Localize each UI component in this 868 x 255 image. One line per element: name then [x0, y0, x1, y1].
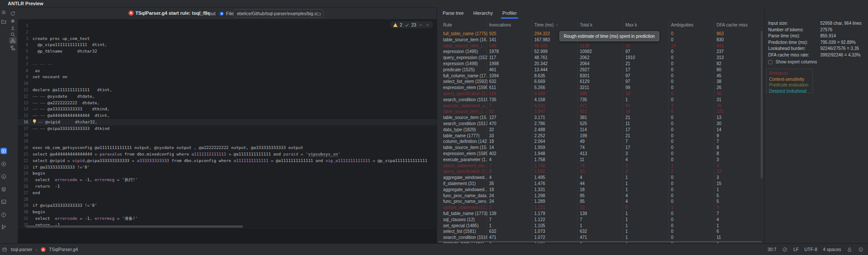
table-row[interactable]: search_condition (1519)7354.1587351031 [437, 97, 763, 103]
scroll-to-end-icon[interactable] [9, 25, 16, 31]
editor-line[interactable]: 7-- -- -- [18, 61, 437, 68]
table-row[interactable]: select_statement_sta...71.74874919 [437, 163, 763, 169]
status-30-7[interactable]: 30:7 [768, 247, 776, 252]
info-icon[interactable] [858, 247, 864, 252]
status-utf-8[interactable]: UTF-8 [804, 247, 817, 252]
editor-line[interactable]: 19 [18, 138, 437, 145]
table-row[interactable]: table_name (1777)332.2521992109 [437, 133, 763, 139]
table-row[interactable]: data_type (1829)322.48811417014 [437, 127, 763, 133]
table-horizontal-scrollbar[interactable] [438, 241, 762, 242]
chevron-up-icon[interactable] [418, 23, 423, 27]
table-row[interactable]: if_statement (31)351.476441015 [437, 181, 763, 187]
column-header-dfa[interactable]: DFA cache miss [717, 19, 748, 31]
editor-line[interactable]: 23if @a333333333333 !='0' [18, 164, 437, 171]
editor-line[interactable]: 13—— —— @a2222222222 dtdate, [18, 100, 437, 106]
search-icon[interactable] [9, 31, 16, 38]
table-row[interactable]: expression_elem (1590)6115.266321199026 [437, 85, 763, 91]
radio-button-input[interactable] [199, 12, 203, 16]
table-row[interactable]: func_proc_name_serv...241.28995405 [437, 199, 763, 205]
breadcrumb-project[interactable]: tsql-parser [11, 247, 33, 252]
breadcrumb-file[interactable]: TSqlParser.g4 [49, 247, 78, 252]
editor-line[interactable]: 25 select errorcode = -1, errormsg = '执行… [18, 177, 437, 183]
table-row[interactable]: table_source_item_j...823.947921148321 [437, 109, 763, 115]
editor-line[interactable]: 1 [18, 23, 437, 29]
editor-line[interactable]: 15—— —— @a444444444444444 dtint, [18, 113, 437, 119]
run-circle-icon[interactable] [0, 161, 7, 167]
editor-line[interactable]: 4 @p_vipa1111111111111 dtint, [18, 42, 437, 48]
radio-input[interactable]: Input [199, 11, 215, 16]
table-row[interactable]: aggregate_windowed...41.4954103 [437, 175, 763, 181]
table-row[interactable]: aggregate_windowed...181.33118101 [437, 187, 763, 193]
editor-line[interactable]: 29if @vipa333333333333 !='0' [18, 202, 437, 209]
column-header-time[interactable]: Time (ms) [534, 19, 559, 31]
editor-horizontal-scrollbar[interactable] [26, 225, 243, 228]
editor-line[interactable]: 5 @p_tblname dtchar32 [18, 48, 437, 55]
editor-line[interactable]: 18 [18, 132, 437, 139]
editor-line[interactable]: 9set nocount on [18, 74, 437, 80]
table-row[interactable]: query_specification (1...81.592839212 [437, 169, 763, 175]
editor-line[interactable]: 17—— —— @vipa333333333333 dtkind [18, 126, 437, 132]
editor-line[interactable]: 22select @vipid = vipid,@vipa33333333333… [18, 158, 437, 164]
table-row[interactable]: expression (1495)197852.99910982970237 [437, 49, 763, 55]
code-editor[interactable]: 123create proc up_com_test4 @p_vipa11111… [18, 19, 437, 229]
menu-icon[interactable] [0, 9, 7, 16]
editor-line[interactable]: 12—— —— @sysdate dtdate, [18, 93, 437, 100]
status-4-spaces[interactable]: 4 spaces [823, 247, 841, 252]
table-row[interactable]: select_list (1581)6321.073632106 [437, 229, 763, 235]
breadcrumb[interactable]: tsql-parser › A TSqlParser.g4 [2, 247, 78, 252]
table-row[interactable]: search_condition (1517)4702.78652511030 [437, 121, 763, 127]
refresh-icon[interactable] [9, 10, 16, 17]
table-row[interactable]: sql_clauses (12)71.1227104 [437, 217, 763, 223]
editor-line[interactable]: 30begin [18, 209, 437, 215]
layers-icon[interactable] [0, 186, 7, 192]
radio-button-file[interactable] [220, 12, 224, 16]
folder-icon[interactable] [0, 18, 7, 25]
terminal-icon[interactable] [0, 199, 7, 205]
show-expert-columns-row[interactable]: Show expert columns [768, 60, 817, 64]
table-row[interactable]: full_table_name (1773)1391.179139107 [437, 211, 763, 217]
column-header-inv[interactable]: Invocations [489, 19, 511, 31]
editor-line[interactable]: 31 select errorcode = -1, errormsg = '准备… [18, 215, 437, 222]
expert-columns-checkbox[interactable] [768, 60, 773, 64]
slash-circle-icon[interactable] [782, 247, 788, 252]
editor-line[interactable]: 8 as [18, 68, 437, 74]
table-row[interactable]: select_list_elem (1592)6326.669612997038 [437, 79, 763, 85]
radio-file[interactable]: File [220, 11, 233, 16]
chevron-down-icon[interactable] [425, 23, 430, 27]
table-row[interactable]: update_statement (12...21.22122819 [437, 205, 763, 211]
branch-icon[interactable] [0, 224, 7, 230]
table-row[interactable]: set_special (1485)11.1051101 [437, 223, 763, 229]
table-row[interactable]: query_expression (1527)11748.76120621910… [437, 55, 763, 61]
column-header-rule[interactable]: Rule [443, 19, 452, 31]
file-path-field[interactable]: ebelice/Github/tsql-parser/examples/big.… [233, 9, 324, 18]
tab-parse-tree[interactable]: Parse tree [443, 7, 464, 19]
status-lf[interactable]: LF [793, 247, 799, 252]
table-row[interactable]: execute_parameter (1...41.75811403 [437, 157, 763, 163]
table-row[interactable]: search_condition (1516)4711.0724711011 [437, 235, 763, 241]
editor-line[interactable]: 3create proc up_com_test [18, 36, 437, 42]
editor-line[interactable]: 26 return -1 [18, 183, 437, 190]
unlock-icon[interactable] [847, 247, 852, 252]
column-header-total[interactable]: Total k [580, 19, 592, 31]
editor-line[interactable]: 16—— @vipid dtchar32, [18, 119, 437, 126]
tab-hierarchy[interactable]: Hierarchy [473, 7, 493, 19]
preview-icon[interactable] [0, 148, 7, 154]
table-row[interactable]: table_source_item (15...1273.17138121013 [437, 115, 763, 121]
column-header-max[interactable]: Max k [625, 19, 637, 31]
editor-line[interactable]: 28 [18, 196, 437, 203]
profiler-icon[interactable] [9, 37, 16, 44]
table-row[interactable]: execute_statement_a...74.10147187176 [437, 103, 763, 109]
table-row[interactable]: table_source_item_j...14066.505113816148… [437, 43, 763, 49]
editor-line[interactable]: 27end [18, 190, 437, 196]
table-row[interactable]: full_column_name (17...10948.63583019704… [437, 73, 763, 79]
table-row[interactable]: query_specification (1...1164.6998851864… [437, 91, 763, 97]
antlr-icon[interactable]: A [0, 173, 7, 180]
table-row[interactable]: func_proc_name_data...241.29895405 [437, 193, 763, 199]
editor-line[interactable]: 21select @a444444444444444 = paravalue f… [18, 151, 437, 158]
table-row[interactable]: column_definition (1421)182.06449707 [437, 139, 763, 145]
editor-line[interactable]: 20exec nb_com_getsysconfig @a11111111111… [18, 145, 437, 151]
editor-line[interactable]: 2 [18, 29, 437, 36]
table-row[interactable]: expression (1498)199820.342206421082 [437, 61, 763, 67]
table-row[interactable]: expression_elem (1589)4021.948413308 [437, 151, 763, 157]
editor-line[interactable]: 14—— —— @a333333333333 dtkind, [18, 106, 437, 113]
